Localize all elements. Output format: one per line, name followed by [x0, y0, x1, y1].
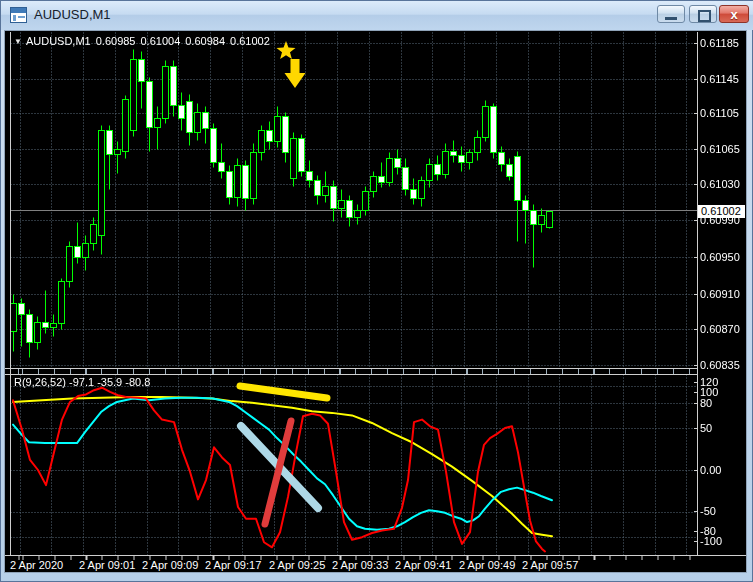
axis-tick: [694, 257, 698, 258]
close-button[interactable]: x: [719, 5, 749, 23]
price-axis-label: 0.60950: [700, 251, 740, 263]
pane-divider-bottom: [5, 374, 697, 375]
indicator-chart-canvas[interactable]: [10, 374, 697, 555]
header-low: 0.60984: [185, 35, 225, 47]
axis-tick: [694, 365, 698, 366]
time-axis-label: 2 Apr 09:33: [332, 559, 388, 571]
minimize-button[interactable]: [657, 5, 685, 23]
price-chart-canvas[interactable]: [10, 32, 697, 368]
time-axis-label: 2 Apr 09:17: [205, 559, 261, 571]
time-axis-label: 2 Apr 09:09: [142, 559, 198, 571]
header-open: 0.60985: [96, 35, 136, 47]
time-axis-label: 2 Apr 2020: [10, 559, 63, 571]
indicator-axis-label: -100: [700, 535, 722, 547]
chart-header: ▼AUDUSD,M10.609850.610040.609840.61002: [14, 35, 275, 47]
plot-left-border: [10, 32, 11, 555]
axis-tick: [694, 149, 698, 150]
axis-tick: [694, 403, 698, 404]
time-axis-label: 2 Apr 09:01: [79, 559, 135, 571]
divider-ticks: [10, 369, 697, 374]
axis-tick: [694, 382, 698, 383]
axis-tick: [694, 220, 698, 221]
title-bar[interactable]: AUDUSD,M1 x: [1, 1, 753, 30]
price-axis-label: 0.61185: [700, 37, 739, 49]
time-axis-label: 2 Apr 09:49: [459, 559, 515, 571]
axis-tick: [694, 79, 698, 80]
indicator-axis-label: -50: [700, 505, 716, 517]
chart-client-area: ▼AUDUSD,M10.609850.610040.609840.61002 R…: [4, 30, 747, 573]
axis-tick: [694, 43, 698, 44]
axis-tick: [694, 392, 698, 393]
axis-tick: [694, 428, 698, 429]
price-axis-label: 0.60835: [700, 359, 740, 371]
axis-tick: [694, 511, 698, 512]
header-close: 0.61002: [230, 35, 270, 47]
restore-icon: [698, 10, 711, 22]
axis-tick: [694, 329, 698, 330]
axis-tick: [694, 113, 698, 114]
price-axis-label: 0.61065: [700, 143, 740, 155]
price-axis-label: 0.61030: [700, 178, 740, 190]
minimize-icon: [665, 17, 677, 20]
time-axis-label: 2 Apr 09:25: [269, 559, 325, 571]
price-axis-label: 0.61145: [700, 73, 739, 85]
indicator-label: R(9,26,52) -97.1 -35.9 -80.8: [14, 376, 150, 388]
axis-tick: [694, 184, 698, 185]
chart-window-icon: [10, 7, 27, 23]
time-axis-label: 2 Apr 09:57: [522, 559, 578, 571]
axis-tick: [694, 470, 698, 471]
header-high: 0.61004: [140, 35, 180, 47]
indicator-axis-label: 80: [700, 397, 712, 409]
restore-button[interactable]: [689, 5, 717, 23]
mt4-chart-window: AUDUSD,M1 x ▼AUDUSD,M10.609850.610040.60…: [0, 0, 753, 582]
price-axis-label: 0.60870: [700, 323, 740, 335]
price-axis-label: 0.61105: [700, 107, 739, 119]
window-title: AUDUSD,M1: [34, 7, 111, 22]
close-icon: x: [720, 7, 748, 22]
indicator-axis-label: 50: [700, 422, 712, 434]
symbol-dropdown-icon: ▼: [14, 37, 22, 46]
current-price-badge: 0.61002: [698, 205, 745, 218]
indicator-axis-label: 0.00: [700, 464, 721, 476]
price-axis-label: 0.60910: [700, 288, 740, 300]
time-axis-label: 2 Apr 09:41: [395, 559, 451, 571]
header-symbol: AUDUSD,M1: [26, 35, 91, 47]
axis-tick: [694, 294, 698, 295]
axis-tick: [694, 531, 698, 532]
axis-tick: [694, 541, 698, 542]
